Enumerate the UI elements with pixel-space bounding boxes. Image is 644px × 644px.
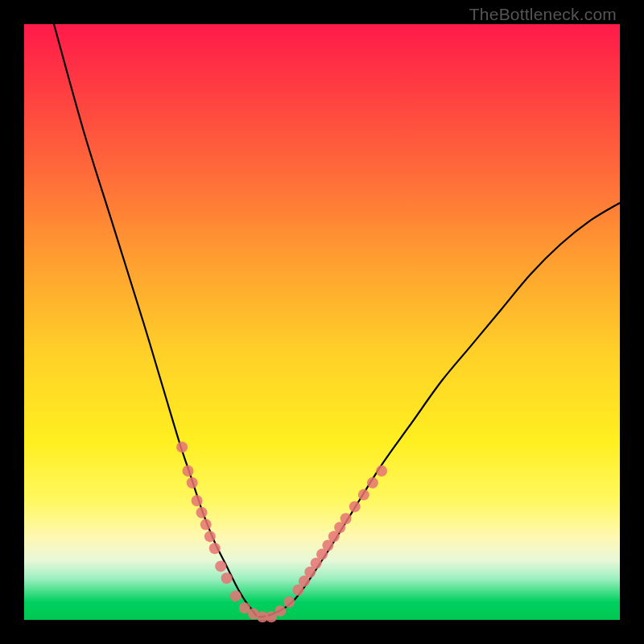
marker-dot [187, 477, 198, 489]
marker-dot [209, 543, 221, 554]
marker-dot [358, 489, 369, 501]
marker-dot [341, 513, 352, 524]
marker-dot [221, 572, 233, 584]
chart-svg [24, 24, 620, 620]
marker-dot [275, 605, 286, 617]
marker-dot [349, 501, 361, 512]
marker-dot [200, 519, 212, 530]
marker-dot [230, 590, 242, 601]
watermark-text: TheBottleneck.com [469, 5, 617, 24]
marker-dot [183, 465, 194, 477]
marker-dot [367, 477, 378, 489]
marker-dot [204, 530, 216, 542]
marker-dot [176, 441, 188, 452]
marker-dot [192, 495, 203, 506]
marker-dot [283, 597, 295, 608]
highlight-markers [176, 441, 387, 622]
marker-dot [196, 507, 208, 518]
marker-dot [376, 465, 387, 477]
marker-dot [215, 560, 226, 572]
